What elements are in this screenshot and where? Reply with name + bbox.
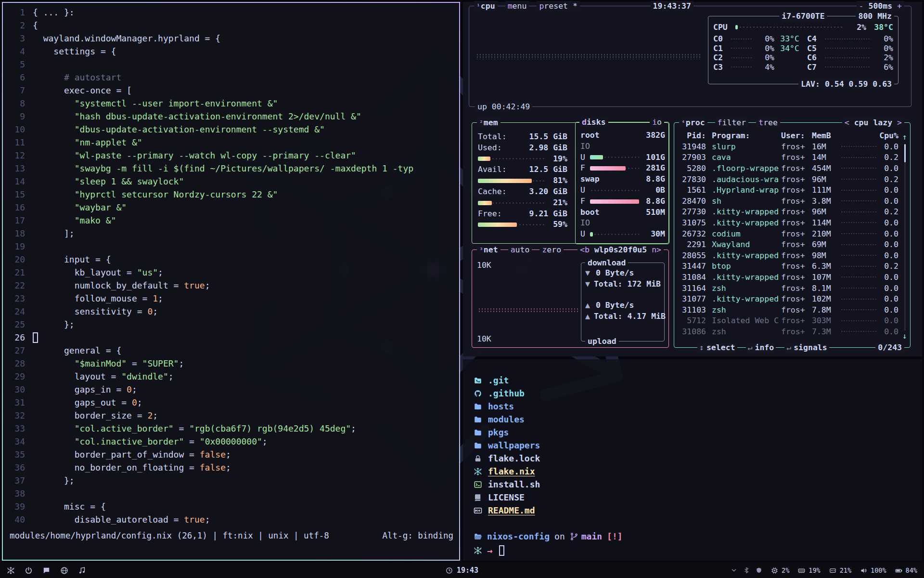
disks-io-toggle[interactable]: io: [650, 117, 664, 127]
proc-filter-button[interactable]: filter: [715, 118, 749, 128]
process-row[interactable]: 28470shfros+3.8M0.0: [680, 196, 898, 207]
editor-line[interactable]: 10 "dbus-update-activation-environment -…: [3, 123, 459, 136]
editor-line[interactable]: 35 border_part_of_window = false;: [3, 448, 459, 461]
editor-line[interactable]: 11 "nm-applet &": [3, 136, 459, 149]
net-interface-selector[interactable]: <b wlp0s20f0u5 n>: [578, 245, 664, 255]
battery-module[interactable]: 84%: [895, 566, 917, 574]
sort-prev-arrow[interactable]: <: [845, 118, 849, 127]
process-row[interactable]: 31447btopfros+6.3M0.2: [680, 261, 898, 272]
editor-line[interactable]: 9 "hash dbus-update-activation-environme…: [3, 110, 459, 123]
editor-line[interactable]: 27 general = {: [3, 344, 459, 357]
process-row[interactable]: 31084.kitty-wrappedfros+107M0.0: [680, 272, 898, 283]
sort-next-arrow[interactable]: >: [897, 118, 902, 127]
editor-line[interactable]: 7 exec-once = [: [3, 84, 459, 97]
proc-sort-selector[interactable]: < cpu lazy >: [842, 118, 904, 128]
editor-code[interactable]: 1{ ... }:2{3 wayland.windowManager.hyprl…: [3, 3, 459, 526]
chat-launcher-icon[interactable]: [42, 566, 51, 575]
process-row[interactable]: 31948slurpfros+16M0.0: [680, 141, 898, 152]
terminal-window[interactable]: .git.githubhostsmodulespkgswallpapersfla…: [463, 359, 922, 561]
bluetooth-status-icon[interactable]: [743, 567, 750, 574]
editor-line[interactable]: 19: [3, 240, 459, 253]
process-row[interactable]: 31086zshfros+7.3M0.0: [680, 326, 898, 337]
proc-scrollbar-track[interactable]: [904, 144, 906, 331]
editor-line[interactable]: 28 "$mainMod" = "SUPER";: [3, 357, 459, 370]
process-row[interactable]: 27903cavafros+14M0.2: [680, 152, 898, 163]
mem-box-tab[interactable]: ²mem: [477, 118, 500, 128]
process-row[interactable]: 27730.kitty-wrappedfros+96M0.2: [680, 207, 898, 218]
refresh-minus-button[interactable]: -: [859, 1, 864, 11]
process-row[interactable]: 5712Isolated Web Cfros+303M0.0: [680, 315, 898, 327]
col-cpu[interactable]: Cpu%: [878, 131, 898, 140]
editor-line[interactable]: 21 kb_layout = "us";: [3, 266, 459, 279]
info-action[interactable]: ↵info: [746, 342, 776, 353]
clock-module[interactable]: 19:43: [446, 566, 478, 575]
process-row[interactable]: 5280.floorp-wrappefros+454M0.0: [680, 163, 898, 174]
net-auto-button[interactable]: auto: [508, 245, 532, 255]
disk-usage-module[interactable]: 21%: [829, 566, 851, 574]
signals-action[interactable]: ↵signals: [784, 342, 829, 353]
editor-line[interactable]: 32 border_size = 2;: [3, 409, 459, 422]
editor-line[interactable]: 3 wayland.windowManager.hyprland = {: [3, 32, 459, 45]
volume-module[interactable]: 100%: [860, 566, 886, 574]
editor-line[interactable]: 2{: [3, 19, 459, 32]
col-user[interactable]: User:: [781, 131, 812, 140]
process-row[interactable]: 31077.kitty-wrappedfros+102M0.0: [680, 293, 898, 304]
editor-line[interactable]: 5: [3, 58, 459, 71]
process-row[interactable]: 2291Xwaylandfros+69M0.0: [680, 239, 898, 250]
menu-button[interactable]: menu: [505, 1, 529, 11]
cpu-usage-module[interactable]: 2%: [771, 566, 789, 574]
editor-line[interactable]: 22 numlock_by_default = true;: [3, 279, 459, 292]
editor-window[interactable]: 1{ ... }:2{3 wayland.windowManager.hyprl…: [2, 2, 460, 561]
proc-box-tab[interactable]: ⁴proc: [679, 118, 707, 128]
editor-line[interactable]: 31 gaps_out = 0;: [3, 396, 459, 409]
editor-line[interactable]: 39 misc = {: [3, 500, 459, 513]
editor-line[interactable]: 15 "hyprctl setcursor Nordzy-cursors 22 …: [3, 188, 459, 201]
btop-window[interactable]: ¹cpu menu preset * 19:43:37 - 500ms + up…: [463, 2, 922, 356]
editor-line[interactable]: 34 "col.inactive_border" = "0x00000000";: [3, 435, 459, 448]
scroll-down-indicator[interactable]: ↓: [902, 331, 907, 341]
col-program[interactable]: Program:: [708, 131, 781, 140]
shell-input-line[interactable]: →: [463, 544, 922, 557]
editor-line[interactable]: 18 ];: [3, 227, 459, 240]
editor-line[interactable]: 24 sensitivity = 0;: [3, 305, 459, 318]
editor-line[interactable]: 16 "waybar &": [3, 201, 459, 214]
proc-scrollbar-thumb[interactable]: [904, 144, 906, 162]
proc-tree-button[interactable]: tree: [756, 118, 780, 128]
editor-line[interactable]: 1{ ... }:: [3, 6, 459, 19]
process-row[interactable]: 26732codiumfros+210M0.0: [680, 228, 898, 239]
refresh-plus-button[interactable]: +: [897, 1, 902, 11]
process-row[interactable]: 31164zshfros+8.1M0.0: [680, 283, 898, 294]
editor-line[interactable]: 12 "wl-paste --primary --watch wl-copy -…: [3, 149, 459, 162]
editor-line[interactable]: 26: [3, 331, 459, 344]
power-menu-icon[interactable]: [25, 566, 33, 575]
security-shield-icon[interactable]: [756, 567, 762, 574]
editor-line[interactable]: 40 disable_autoreload = true;: [3, 513, 459, 526]
editor-line[interactable]: 23 follow_mouse = 1;: [3, 292, 459, 305]
editor-line[interactable]: 25 };: [3, 318, 459, 331]
process-table-header[interactable]: Pid: Program: User: MemB Cpu%: [680, 131, 898, 140]
editor-line[interactable]: 6 # autostart: [3, 71, 459, 84]
net-zero-button[interactable]: zero: [539, 245, 564, 255]
editor-line[interactable]: 38: [3, 487, 459, 500]
iface-next-key[interactable]: n>: [652, 245, 661, 254]
editor-line[interactable]: 13 "swaybg -m fill -i $(find ~/Pictures/…: [3, 162, 459, 175]
process-row[interactable]: 28055.kitty-wrappedfros+98M0.0: [680, 250, 898, 261]
editor-line[interactable]: 20 input = {: [3, 253, 459, 266]
col-pid[interactable]: Pid:: [680, 131, 708, 140]
process-row[interactable]: 31075.kitty-wrappedfros+114M0.0: [680, 217, 898, 228]
editor-line[interactable]: 33 "col.active_border" = "rgb(cba6f7) rg…: [3, 422, 459, 435]
process-row[interactable]: 31103zshfros+7.8M0.0: [680, 304, 898, 315]
col-memory[interactable]: MemB: [812, 131, 839, 140]
editor-line[interactable]: 36 no_border_on_floating = false;: [3, 461, 459, 474]
editor-line[interactable]: 4 settings = {: [3, 45, 459, 58]
scroll-up-indicator[interactable]: ↑: [902, 132, 907, 142]
cpu-box-tab[interactable]: ¹cpu: [474, 1, 498, 11]
preset-button[interactable]: preset *: [537, 1, 579, 11]
disks-title[interactable]: disks: [579, 117, 608, 127]
browser-launcher-icon[interactable]: [60, 566, 68, 575]
process-row[interactable]: 27830.audacious-wrafros+96M0.2: [680, 174, 898, 185]
editor-line[interactable]: 29 layout = "dwindle";: [3, 370, 459, 383]
editor-line[interactable]: 30 gaps_in = 0;: [3, 383, 459, 396]
select-action[interactable]: ↕select: [697, 342, 737, 353]
memory-usage-module[interactable]: 19%: [798, 566, 820, 574]
